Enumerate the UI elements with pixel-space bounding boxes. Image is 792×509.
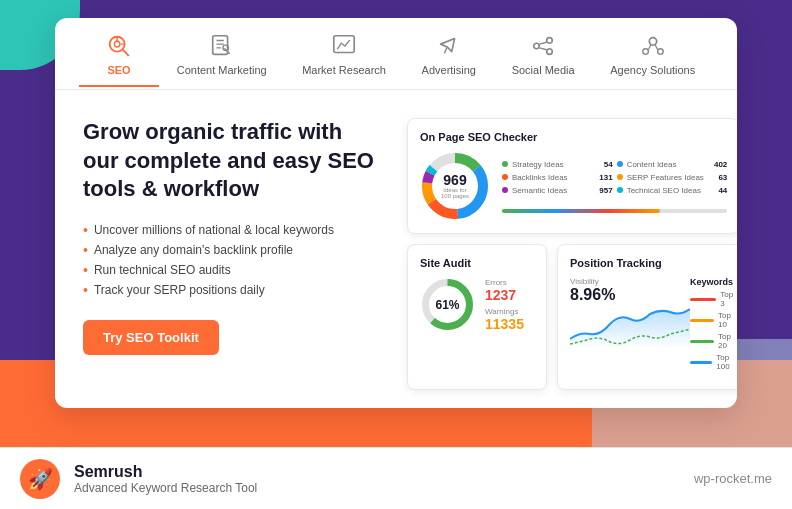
- errors-value: 1237: [485, 287, 524, 303]
- svg-line-16: [539, 47, 546, 49]
- stat-value-5: 44: [718, 186, 727, 195]
- tab-advertising-label: Advertising: [422, 64, 476, 76]
- svg-line-11: [444, 46, 447, 53]
- stat-label-5: Technical SEO Ideas: [627, 186, 715, 195]
- tab-agency[interactable]: Agency Solutions: [592, 22, 713, 86]
- stat-label-4: Semantic Ideas: [512, 186, 595, 195]
- position-tracking-card: Position Tracking Visibility 8.96%: [557, 244, 737, 390]
- bullet-2: Analyze any domain's backlink profile: [83, 240, 383, 260]
- stat-row-2: Backlinks Ideas 131: [502, 173, 613, 182]
- seo-checker-content: 969 Ideas for100 pages Strategy Ideas 54: [420, 151, 727, 221]
- stat-dot-2: [502, 174, 508, 180]
- tab-seo[interactable]: SEO: [79, 22, 159, 86]
- site-audit-card: Site Audit 61%: [407, 244, 547, 390]
- donut-center: 969 Ideas for100 pages: [441, 173, 469, 199]
- market-icon: [330, 32, 358, 60]
- circle-progress: 61%: [420, 277, 475, 332]
- audit-score-pct: 61%: [435, 298, 459, 312]
- stat-label-1: Content Ideas: [627, 160, 710, 169]
- keyword-line-top20: [690, 340, 714, 343]
- keywords-title: Keywords: [690, 277, 737, 287]
- content-icon: [208, 32, 236, 60]
- bullet-2-text: Analyze any domain's backlink profile: [94, 243, 293, 257]
- svg-point-12: [534, 43, 540, 49]
- stat-value-1: 402: [714, 160, 727, 169]
- seo-icon: [105, 32, 133, 60]
- keyword-label-top10: Top 10: [718, 311, 737, 329]
- svg-line-21: [655, 44, 658, 50]
- visibility-value: 8.96%: [570, 286, 690, 304]
- tab-market[interactable]: Market Research: [284, 22, 403, 86]
- main-card: SEO Content Marketing: [55, 18, 737, 408]
- stat-value-0: 54: [604, 160, 613, 169]
- stat-row-0: Strategy Ideas 54: [502, 160, 613, 169]
- svg-point-2: [114, 41, 120, 47]
- donut-value: 969: [441, 173, 469, 187]
- keywords-section: Keywords Top 3 Top 10: [690, 277, 737, 371]
- nav-tabs: SEO Content Marketing: [55, 18, 737, 90]
- position-title: Position Tracking: [570, 257, 737, 269]
- keyword-label-top3: Top 3: [720, 290, 737, 308]
- stat-dot-1: [617, 161, 623, 167]
- social-icon: [529, 32, 557, 60]
- footer-bar: 🚀 Semrush Advanced Keyword Research Tool…: [0, 447, 792, 509]
- sparkline: [570, 304, 690, 349]
- advertising-icon: [435, 32, 463, 60]
- audit-errors: Errors 1237: [485, 278, 524, 303]
- stat-value-3: 63: [718, 173, 727, 182]
- content-area: Grow organic traffic with our complete a…: [55, 90, 737, 408]
- tab-social[interactable]: Social Media: [494, 22, 593, 86]
- checker-stats: Strategy Ideas 54 Content Ideas 402 Back…: [502, 160, 727, 213]
- progress-bar-fill: [502, 209, 660, 213]
- progress-bar: [502, 209, 727, 213]
- bottom-cards: Site Audit 61%: [407, 244, 737, 390]
- tab-content[interactable]: Content Marketing: [159, 22, 284, 86]
- keyword-top20: Top 20: [690, 332, 737, 350]
- progress-bar-wrapper: [502, 203, 727, 213]
- keyword-top10: Top 10: [690, 311, 737, 329]
- stat-value-2: 131: [599, 173, 612, 182]
- keyword-top3: Top 3: [690, 290, 737, 308]
- bullet-1: Uncover millions of national & local key…: [83, 220, 383, 240]
- stat-dot-3: [617, 174, 623, 180]
- stat-label-2: Backlinks Ideas: [512, 173, 595, 182]
- position-header: Visibility 8.96%: [570, 277, 737, 371]
- stat-dot-4: [502, 187, 508, 193]
- keyword-line-top100: [690, 361, 712, 364]
- audit-warnings: Warnings 11335: [485, 307, 524, 332]
- seo-checker-title: On Page SEO Checker: [420, 131, 727, 143]
- stat-row-1: Content Ideas 402: [617, 160, 728, 169]
- agency-icon: [639, 32, 667, 60]
- svg-rect-10: [334, 35, 354, 52]
- keyword-line-top3: [690, 298, 716, 301]
- left-section: Grow organic traffic with our complete a…: [83, 118, 383, 388]
- audit-content: 61% Errors 1237 Warnings 11335: [420, 277, 534, 332]
- outer-wrapper: SEO Content Marketing: [0, 0, 792, 509]
- site-audit-title: Site Audit: [420, 257, 534, 269]
- cta-button[interactable]: Try SEO Toolkit: [83, 320, 219, 355]
- bullet-4-text: Track your SERP positions daily: [94, 283, 265, 297]
- warnings-value: 11335: [485, 316, 524, 332]
- visibility-section: Visibility 8.96%: [570, 277, 690, 349]
- stat-label-0: Strategy Ideas: [512, 160, 600, 169]
- stat-label-3: SERP Features Ideas: [627, 173, 715, 182]
- svg-line-1: [123, 49, 129, 55]
- svg-point-14: [547, 48, 553, 54]
- footer-subtitle: Advanced Keyword Research Tool: [74, 481, 694, 495]
- bullet-1-text: Uncover millions of national & local key…: [94, 223, 334, 237]
- tab-content-label: Content Marketing: [177, 64, 267, 76]
- tab-market-label: Market Research: [302, 64, 386, 76]
- svg-point-13: [547, 37, 553, 43]
- svg-point-19: [657, 48, 663, 54]
- stat-row-5: Technical SEO Ideas 44: [617, 186, 728, 195]
- errors-label: Errors: [485, 278, 524, 287]
- bullet-4: Track your SERP positions daily: [83, 280, 383, 300]
- keyword-label-top20: Top 20: [718, 332, 737, 350]
- keyword-label-top100: Top 100: [716, 353, 737, 371]
- hero-headline: Grow organic traffic with our complete a…: [83, 118, 383, 204]
- svg-point-17: [649, 37, 656, 44]
- footer-logo: 🚀: [20, 459, 60, 499]
- tab-advertising[interactable]: Advertising: [404, 22, 494, 86]
- seo-checker-card: On Page SEO Checker: [407, 118, 737, 234]
- bullet-3-text: Run technical SEO audits: [94, 263, 231, 277]
